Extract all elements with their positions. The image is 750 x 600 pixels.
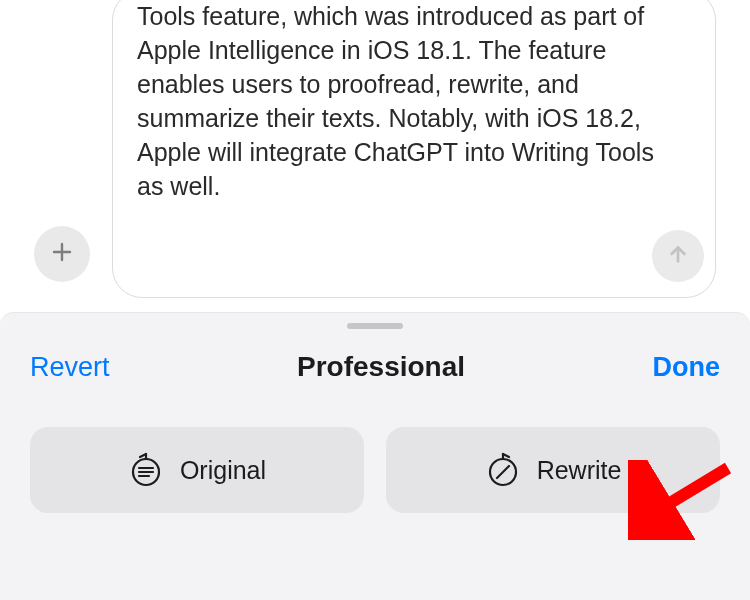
svg-line-8 [497, 466, 509, 478]
original-label: Original [180, 456, 266, 485]
compose-area: Tools feature, which was introduced as p… [0, 0, 750, 312]
add-button[interactable] [34, 226, 90, 282]
rewrite-button[interactable]: Rewrite [386, 427, 720, 513]
revert-button[interactable]: Revert [30, 352, 110, 383]
writing-tools-panel: Revert Professional Done Original [0, 312, 750, 600]
document-revert-icon [128, 452, 164, 488]
panel-title: Professional [297, 351, 465, 383]
arrow-up-icon [667, 243, 689, 269]
message-text: Tools feature, which was introduced as p… [137, 2, 654, 200]
rewrite-icon [485, 452, 521, 488]
original-button[interactable]: Original [30, 427, 364, 513]
message-input[interactable]: Tools feature, which was introduced as p… [112, 0, 716, 298]
done-button[interactable]: Done [653, 352, 721, 383]
rewrite-label: Rewrite [537, 456, 622, 485]
send-button[interactable] [652, 230, 704, 282]
panel-header: Revert Professional Done [0, 329, 750, 383]
panel-buttons: Original Rewrite [0, 383, 750, 513]
plus-icon [50, 240, 74, 268]
